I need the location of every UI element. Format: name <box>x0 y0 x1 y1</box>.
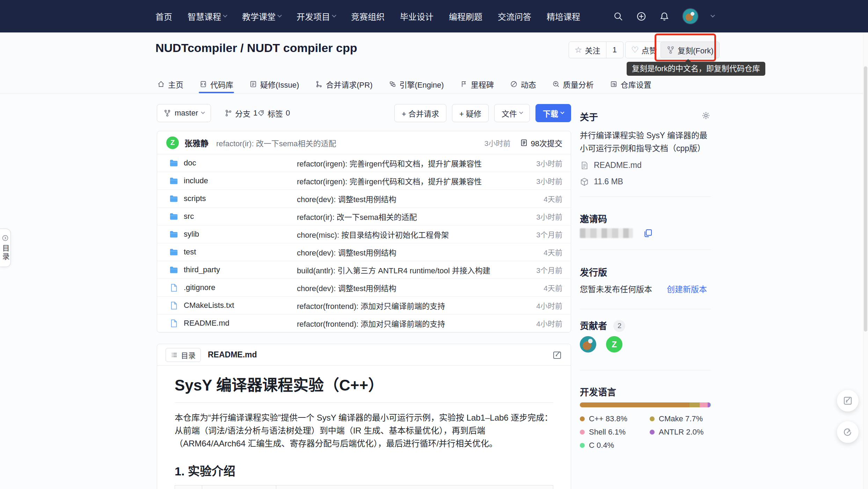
file-row[interactable]: sylib chore(misc): 按目录结构设计初始化工程骨架 3个月前 <box>157 225 571 243</box>
commit-author[interactable]: 张雅静 <box>184 137 209 149</box>
like-button[interactable]: ♡ 点赞 <box>625 42 663 58</box>
tab-milestones[interactable]: 里程碑 <box>460 75 494 93</box>
readme-link-label: README.md <box>594 161 642 170</box>
file-name-cell[interactable]: src <box>169 212 297 221</box>
edit-icon[interactable] <box>552 350 562 360</box>
nav-menu-item[interactable]: 毕业设计 <box>400 10 433 22</box>
chevron-down-icon <box>560 110 564 114</box>
nav-menu-item[interactable]: 首页 <box>155 10 172 22</box>
document-icon <box>580 161 589 170</box>
heart-icon: ♡ <box>631 46 639 54</box>
fork-button[interactable]: 复刻(Fork) <box>661 42 720 58</box>
toc-button[interactable]: 目录 <box>166 348 201 362</box>
new-issue-button[interactable]: + 疑修 <box>452 104 489 122</box>
file-commit-message[interactable]: refactor(irgen): 完善irgen代码和文档，提升扩展兼容性 <box>297 175 503 186</box>
watch-button[interactable]: ☆ 关注 <box>569 42 606 58</box>
nav-menu-item[interactable]: 编程刷题 <box>449 10 482 22</box>
readme-link[interactable]: README.md <box>580 161 642 170</box>
like-label: 点赞 <box>642 44 657 55</box>
repo-description: 并行编译课程实验 SysY 编译器的最小可运行示例和指导文档（cpp版） <box>580 129 711 155</box>
file-row[interactable]: CMakeLists.txt refactor(frontend): 添加对只编… <box>157 297 571 314</box>
issue-icon <box>249 80 257 88</box>
file-name-cell[interactable]: .gitignore <box>169 283 297 292</box>
tab-engine[interactable]: 引擎(Engine) <box>389 75 444 93</box>
tab-issues[interactable]: 疑修(Issue) <box>249 75 299 93</box>
file-commit-message[interactable]: refactor(irgen): 完善irgen代码和文档，提升扩展兼容性 <box>297 157 503 169</box>
file-commit-message[interactable]: chore(misc): 按目录结构设计初始化工程骨架 <box>297 229 503 240</box>
search-icon[interactable] <box>613 11 623 22</box>
file-name-cell[interactable]: third_party <box>169 265 297 275</box>
contributor-avatar[interactable]: Z <box>606 336 622 353</box>
tags-link[interactable]: 标签 0 <box>257 104 290 122</box>
tab-activity[interactable]: 动态 <box>510 75 536 93</box>
file-commit-time: 4天前 <box>503 282 562 293</box>
folder-icon <box>169 194 178 203</box>
branch-name: master <box>175 109 198 118</box>
file-name-cell[interactable]: scripts <box>169 194 297 203</box>
file-row[interactable]: third_party build(antlr): 引入第三方 ANTLR4 r… <box>157 261 571 279</box>
new-pr-button[interactable]: + 合并请求 <box>394 104 446 122</box>
feedback-fab[interactable] <box>837 390 859 412</box>
gear-icon[interactable] <box>701 111 711 120</box>
contributor-avatar[interactable] <box>580 336 596 353</box>
branches-link[interactable]: 分支 1 <box>225 104 257 122</box>
toc-float-label: 目录 <box>0 244 10 261</box>
toc-float-tab[interactable]: 目录 <box>0 229 11 267</box>
file-name-cell[interactable]: include <box>169 176 297 186</box>
file-row[interactable]: src refactor(ir): 改一下sema相关的适配 3小时前 <box>157 208 571 225</box>
files-button[interactable]: 文件 <box>494 104 530 122</box>
file-commit-message[interactable]: chore(dev): 调整test用例结构 <box>297 282 503 293</box>
divider <box>580 309 711 309</box>
tab-quality[interactable]: 质量分析 <box>552 75 594 93</box>
user-avatar[interactable] <box>682 8 699 24</box>
file-row[interactable]: .gitignore chore(dev): 调整test用例结构 4天前 <box>157 279 571 297</box>
file-commit-message[interactable]: build(antlr): 引入第三方 ANTLR4 runtime/tool … <box>297 264 503 275</box>
nav-menu-item[interactable]: 精培课程 <box>547 10 580 22</box>
branch-selector[interactable]: master <box>157 104 211 122</box>
file-name-cell[interactable]: README.md <box>169 319 297 328</box>
branches-label: 分支 <box>235 108 250 119</box>
file-browser-card: Z 张雅静 refactor(ir): 改一下sema相关的适配 3小时前 98… <box>157 131 571 333</box>
chevron-down-icon <box>277 13 282 17</box>
refresh-fab[interactable] <box>837 421 859 443</box>
file-row[interactable]: scripts chore(dev): 调整test用例结构 4天前 <box>157 190 571 208</box>
file-commit-message[interactable]: refactor(frontend): 添加对只编译前端的支持 <box>297 318 503 329</box>
file-row[interactable]: doc refactor(irgen): 完善irgen代码和文档，提升扩展兼容… <box>157 154 571 172</box>
scrollbar-track[interactable] <box>863 32 868 489</box>
commit-count-link[interactable]: 98次提交 <box>520 137 562 148</box>
download-button[interactable]: 下载 <box>535 104 571 122</box>
nav-menu-item[interactable]: 开发项目 <box>297 10 336 22</box>
watch-count[interactable]: 1 <box>606 45 623 54</box>
file-name-cell[interactable]: doc <box>169 158 297 168</box>
file-row[interactable]: README.md refactor(frontend): 添加对只编译前端的支… <box>157 314 571 332</box>
commit-author-avatar[interactable]: Z <box>166 136 179 149</box>
copy-icon[interactable] <box>643 228 653 238</box>
nav-menu-item[interactable]: 教学课堂 <box>242 10 281 22</box>
file-commit-message[interactable]: chore(dev): 调整test用例结构 <box>297 246 503 258</box>
file-name-cell[interactable]: CMakeLists.txt <box>169 301 297 310</box>
file-commit-message[interactable]: refactor(ir): 改一下sema相关的适配 <box>297 211 503 222</box>
plus-circle-icon[interactable] <box>636 11 647 22</box>
bell-icon[interactable] <box>659 11 670 22</box>
file-name-cell[interactable]: sylib <box>169 230 297 239</box>
nav-menu-item[interactable]: 交流问答 <box>498 10 531 22</box>
tab-pull-requests[interactable]: 合并请求(PR) <box>315 75 372 93</box>
nav-menu-item[interactable]: 竞赛组织 <box>351 10 385 22</box>
tab-settings[interactable]: 仓库设置 <box>610 75 651 93</box>
nav-menu-item[interactable]: 智慧课程 <box>188 10 227 22</box>
file-commit-time: 3小时前 <box>503 211 562 222</box>
language-legend-item: CMake 7.7% <box>650 414 711 423</box>
file-row[interactable]: test chore(dev): 调整test用例结构 4天前 <box>157 243 571 261</box>
file-row[interactable]: include refactor(irgen): 完善irgen代码和文档，提升… <box>157 172 571 190</box>
file-commit-message[interactable]: refactor(frontend): 添加对只编译前端的支持 <box>297 300 503 311</box>
file-name-cell[interactable]: test <box>169 247 297 257</box>
tab-home[interactable]: 主页 <box>157 75 183 93</box>
commit-message[interactable]: refactor(ir): 改一下sema相关的适配 <box>216 137 336 148</box>
scrollbar-thumb[interactable] <box>864 66 867 332</box>
quality-analysis-icon <box>552 80 560 88</box>
file-commit-message[interactable]: chore(dev): 调整test用例结构 <box>297 193 503 204</box>
readme-title: SysY 编译器课程实验（C++） <box>175 376 553 394</box>
chevron-down-icon[interactable] <box>710 13 715 17</box>
create-release-link[interactable]: 创建新版本 <box>667 283 707 295</box>
tab-code[interactable]: 代码库 <box>199 75 233 93</box>
